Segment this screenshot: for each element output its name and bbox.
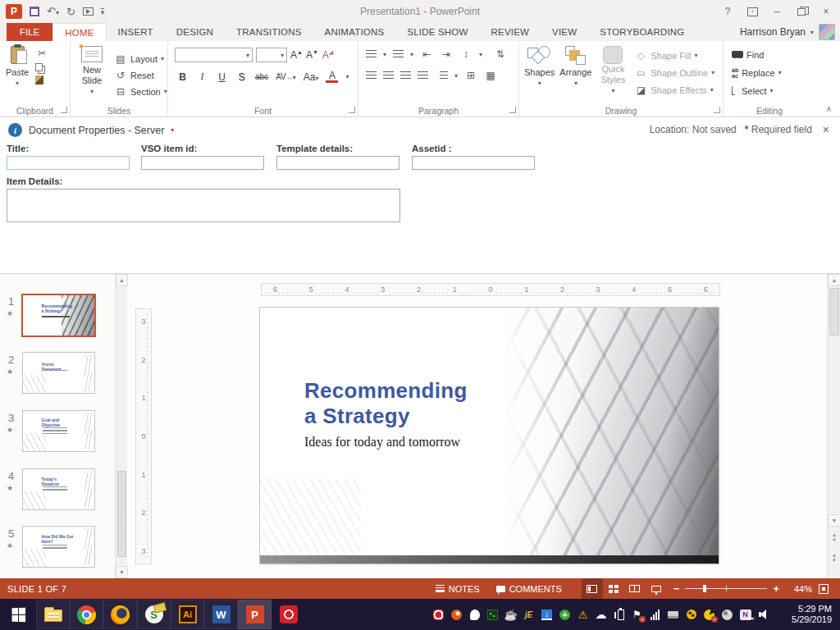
normal-view-button[interactable] [582,578,603,599]
close-properties-icon[interactable]: × [820,123,832,136]
text-shadow-button[interactable]: S [235,71,248,83]
title-field[interactable] [7,156,130,170]
tray-cloud-icon[interactable]: ☁ [595,609,607,621]
bold-button[interactable]: B [176,71,189,83]
taskbar-creative-cloud[interactable] [272,600,305,629]
tab-view[interactable]: VIEW [541,23,588,41]
reading-view-button[interactable] [624,578,646,599]
copy-icon[interactable] [35,63,43,71]
slide-sorter-view-button[interactable] [603,578,624,599]
quick-styles-button[interactable]: Quick Styles ▾ [596,46,629,97]
slide-thumbnail-1[interactable]: Recommending a Strategy [21,294,96,337]
align-center-icon[interactable] [383,71,394,80]
font-name-select[interactable]: ▾ [175,48,253,62]
close-button[interactable]: × [815,3,837,20]
find-button[interactable]: Find [732,48,815,62]
columns-icon[interactable] [440,71,448,80]
bullets-icon[interactable] [366,50,377,58]
taskbar-powerpoint[interactable]: P [238,600,272,629]
slide-thumbnail-2[interactable]: Vision Statement [22,352,95,394]
tab-review[interactable]: REVIEW [480,23,541,41]
tray-bug-icon[interactable] [685,609,697,621]
bullets-dropdown-icon[interactable]: ▾ [383,51,386,58]
zoom-slider-thumb[interactable] [703,585,706,592]
fit-slide-to-window-button[interactable] [819,584,829,594]
tab-file[interactable]: FILE [7,23,52,41]
zoom-slider[interactable] [685,588,767,589]
align-right-icon[interactable] [400,71,411,80]
item-details-field[interactable] [7,189,400,222]
tray-jedit-icon[interactable]: jE [523,609,535,621]
tray-display-icon[interactable] [667,609,679,621]
shapes-button[interactable]: Shapes ▾ [524,46,555,97]
taskbar-clock[interactable]: 5:29 PM 5/29/2019 [776,604,840,625]
font-dialog-launcher[interactable] [349,107,355,113]
taskbar-illustrator[interactable]: Ai [171,600,204,629]
tray-network-icon[interactable] [649,609,661,621]
assetid-field[interactable] [412,156,535,170]
tray-alert-icon[interactable]: ⚠ [577,609,589,621]
layout-button[interactable]: ▤Layout▾ [114,52,167,66]
comments-button[interactable]: COMMENTS [488,578,570,599]
text-direction-icon[interactable]: ⇅ [494,48,507,60]
character-spacing-button[interactable]: AV↔▾ [276,72,296,81]
section-button[interactable]: ⊟Section▾ [114,84,167,98]
clear-formatting-button[interactable]: A◢ [322,49,334,61]
zoom-percentage[interactable]: 44% [786,584,812,594]
line-spacing-icon[interactable]: ↕ [459,48,472,60]
thumb-scroll-down-icon[interactable]: ▼ [116,566,128,578]
replace-button[interactable]: abacReplace▾ [732,66,815,80]
numbering-icon[interactable] [393,50,404,58]
tray-globe-icon[interactable] [721,609,733,621]
slide-thumbnail-5[interactable]: How Did We Get Here? [22,526,95,568]
taskbar-file-explorer[interactable] [36,600,70,629]
tab-slide-show[interactable]: SLIDE SHOW [395,23,479,41]
cut-icon[interactable]: ✂ [35,48,48,59]
shrink-font-button[interactable]: A▼ [306,49,318,61]
columns-dropdown-icon[interactable]: ▾ [454,72,458,80]
tray-terminal-icon[interactable] [486,609,499,621]
undo-icon[interactable]: ↶▾ [47,6,59,18]
help-button[interactable]: ? [717,3,738,20]
minimize-button[interactable]: – [766,3,788,20]
taskbar-word[interactable]: W [204,600,238,629]
template-details-field[interactable] [276,156,399,170]
canvas-scroll-up-icon[interactable]: ▲ [828,274,840,286]
powerpoint-app-icon[interactable]: P [6,4,22,19]
undo-dropdown-icon[interactable]: ▾ [56,9,59,16]
taskbar-chrome[interactable] [70,600,103,629]
grow-font-button[interactable]: A▲ [290,49,303,61]
underline-button[interactable]: U [216,71,228,83]
slide-subtitle-text[interactable]: Ideas for today and tomorrow [304,435,460,450]
line-spacing-dropdown-icon[interactable]: ▾ [479,51,482,58]
shape-effects-button[interactable]: ◪Shape Effects▾ [634,83,714,97]
tab-home[interactable]: HOME [52,23,106,41]
tray-bird-icon[interactable] [468,609,481,621]
tray-download-icon[interactable]: ↓ [541,609,553,621]
canvas-scroll-down-icon[interactable]: ▼ [828,514,840,527]
font-color-dropdown-icon[interactable]: ▾ [345,73,349,80]
smartart-convert-icon[interactable]: ▦ [484,70,497,81]
tray-adobe-icon[interactable] [432,609,445,621]
save-icon[interactable] [30,7,39,16]
decrease-indent-icon[interactable]: ⇤ [420,48,433,60]
canvas-scroll-thumb[interactable] [829,288,839,336]
new-slide-button[interactable]: New Slide ▾ [75,46,108,98]
reset-button[interactable]: ↺Reset [114,68,167,82]
numbering-dropdown-icon[interactable]: ▾ [410,51,413,58]
thumb-scroll-thumb[interactable] [117,471,126,557]
shape-outline-button[interactable]: ▭Shape Outline▾ [634,66,714,80]
collapse-ribbon-button[interactable]: ∧ [826,104,832,113]
tray-battery-icon[interactable] [613,609,625,621]
italic-button[interactable]: I [196,71,208,83]
zoom-in-button[interactable]: + [773,582,779,595]
canvas-scrollbar[interactable]: ▲ ▼ ▲▲ ▼▼ [827,274,840,579]
taskbar-mail-app[interactable]: S [137,600,171,629]
tray-volume-icon[interactable] [757,609,769,621]
clipboard-dialog-launcher[interactable] [61,107,67,113]
slide-title-text[interactable]: Recommending a Strategy [304,378,485,429]
ribbon-display-options-button[interactable]: ↑ [742,3,763,20]
increase-indent-icon[interactable]: ⇥ [440,48,453,60]
slide-canvas[interactable]: Recommending a Strategy Ideas for today … [259,307,719,564]
select-button[interactable]: Select▾ [732,84,815,98]
